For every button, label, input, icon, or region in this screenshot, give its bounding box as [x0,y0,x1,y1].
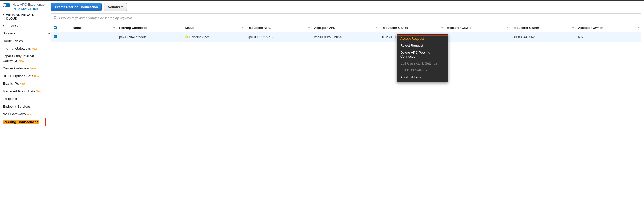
table-row[interactable]: pcx-069f41efddcff…Pending Acce…vpc-00991… [51,32,641,42]
search-icon [53,16,57,20]
sidebar-item-internet-gateways[interactable]: Internet GatewaysNew [3,45,46,52]
column-menu-icon [308,27,310,28]
context-item-edit-classiclink-settings: Edit ClassicLink Settings [397,60,448,67]
sidebar-item-label: Internet Gateways [3,46,31,50]
new-badge: New [36,90,41,93]
col-header-requester-owner[interactable]: Requester Owner [510,23,575,32]
sidebar-item-label: Elastic IPs [3,82,19,85]
sidebar-item-subnets[interactable]: Subnets [3,29,46,37]
toggle-new-experience[interactable] [3,3,10,7]
col-header-accepter-owner[interactable]: Accepter Owner [575,23,641,32]
sidebar-item-egress-only-internet-gateways[interactable]: Egress Only Internet GatewaysNew [3,52,46,65]
new-badge: New [30,67,36,70]
col-header-name[interactable]: Name [70,23,117,32]
sidebar-item-label: NAT Gateways [3,112,26,116]
new-vpc-experience: New VPC Experience Tell us what you thin… [3,3,46,11]
col-header-requester-cidrs[interactable]: Requester CIDRs [379,23,444,32]
sidebar-item-label: Your VPCs [3,24,20,28]
sidebar-nav: Your VPCsSubnetsRoute TablesInternet Gat… [3,22,46,126]
cell: 697 [575,32,641,42]
sidebar-item-label: Egress Only Internet Gateways [3,54,34,63]
cell: Pending Acce… [182,32,245,42]
context-item-delete-vpc-peering-connection[interactable]: Delete VPC Peering Connection [397,49,448,60]
sidebar-item-label: Endpoint Services [3,105,31,108]
col-header-accepter-cidrs[interactable]: Accepter CIDRs [444,23,510,32]
sidebar-item-label: Peering Connections [3,120,39,124]
cell: vpc-00991277e86… [245,32,311,42]
col-header-status[interactable]: Status [182,23,245,32]
status-dot-icon [185,35,188,38]
tell-us-link[interactable]: Tell us what you think [12,7,45,11]
sort-caret-icon [572,27,574,28]
select-all-header[interactable] [51,23,70,32]
actions-button[interactable]: Actions [104,3,127,11]
sort-caret-icon [113,27,115,28]
create-peering-button[interactable]: Create Peering Connection [51,3,102,11]
filter-input[interactable] [59,16,639,20]
sidebar-item-nat-gateways[interactable]: NAT GatewaysNew [3,110,46,118]
sidebar-item-route-tables[interactable]: Route Tables [3,37,46,45]
sidebar-item-elastic-ips[interactable]: Elastic IPsNew [3,80,46,87]
cell [70,32,117,42]
sidebar-item-label: Route Tables [3,39,23,43]
sidebar-item-label: Endpoints [3,97,18,101]
svg-point-0 [54,16,56,19]
new-badge: New [19,60,24,62]
peering-table: NamePeering ConnecticStatusRequester VPC… [51,23,641,42]
context-item-edit-dns-settings: Edit DNS Settings [397,67,448,74]
context-item-add-edit-tags[interactable]: Add/Edit Tags [397,74,448,81]
column-menu-icon [242,27,243,28]
sidebar-item-label: Carrier Gateways [3,66,30,70]
sort-asc-icon [179,27,181,28]
row-checkbox[interactable] [54,35,57,38]
column-menu-icon [441,27,443,28]
new-badge: New [27,113,32,116]
sidebar-item-label: Managed Prefix Lists [3,89,35,93]
cell: - [444,32,510,42]
context-menu: Accept RequestReject RequestDelete VPC P… [397,34,448,82]
main-content: Create Peering Connection Actions NamePe… [48,1,644,217]
column-menu-icon [507,27,508,28]
sidebar-item-dhcp-options-sets[interactable]: DHCP Options SetsNew [3,72,46,80]
cell: 380838443567 [510,32,575,42]
sort-caret-icon [638,27,639,28]
col-header-requester-vpc[interactable]: Requester VPC [245,23,311,32]
sidebar: New VPC Experience Tell us what you thin… [0,1,48,217]
col-header-accepter-vpc[interactable]: Accepter VPC [311,23,379,32]
sidebar-item-carrier-gateways[interactable]: Carrier GatewaysNew [3,65,46,72]
status-text: Pending Acce… [189,35,213,39]
context-item-reject-request[interactable]: Reject Request [397,42,448,49]
cell: pcx-069f41efddcff… [116,32,182,42]
sidebar-item-label: DHCP Options Sets [3,74,33,78]
column-menu-icon [376,27,377,28]
new-badge: New [34,75,39,78]
sidebar-item-your-vpcs[interactable]: Your VPCs [3,22,46,30]
sidebar-item-endpoints[interactable]: Endpoints [3,95,46,103]
chevron-down-icon [121,6,123,8]
context-item-accept-request[interactable]: Accept Request [397,35,448,42]
sidebar-item-peering-connections[interactable]: Peering Connections [3,118,46,126]
new-experience-title: New VPC Experience [12,3,45,6]
sidebar-item-label: Subnets [3,31,15,35]
cell: vpc-0039fb90bb5c… [311,32,379,42]
sidebar-section-header[interactable]: ▼ VIRTUAL PRIVATE CLOUD [3,13,46,20]
sidebar-item-endpoint-services[interactable]: Endpoint Services [3,103,46,110]
checkbox-icon [54,26,57,29]
toolbar: Create Peering Connection Actions [51,3,641,11]
sidebar-item-managed-prefix-lists[interactable]: Managed Prefix ListsNew [3,87,46,95]
filter-bar [51,13,641,22]
chevron-down-icon: ▼ [3,14,5,16]
new-badge: New [20,82,25,85]
new-badge: New [32,47,37,50]
svg-line-1 [56,18,57,19]
col-header-peering-connectic[interactable]: Peering Connectic [116,23,182,32]
